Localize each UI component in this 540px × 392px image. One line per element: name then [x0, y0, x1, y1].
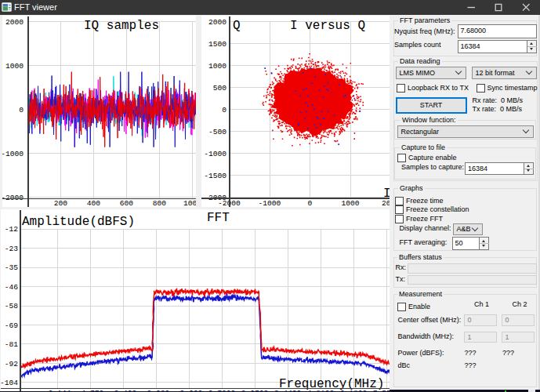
svg-text:-12: -12 — [5, 225, 19, 234]
svg-text:-58: -58 — [5, 302, 19, 310]
svg-text:-23: -23 — [5, 245, 19, 253]
svg-text:200: 200 — [54, 199, 68, 207]
svg-text:-46: -46 — [5, 283, 19, 292]
svg-text:-104: -104 — [1, 379, 18, 387]
svg-text:-1000: -1000 — [2, 150, 24, 158]
svg-text:2000: 2000 — [208, 18, 227, 27]
svg-text:1000: 1000 — [183, 199, 196, 207]
svg-text:1000: 1000 — [208, 62, 227, 71]
svg-text:0: 0 — [19, 106, 24, 114]
svg-text:-1500: -1500 — [204, 172, 227, 180]
svg-text:Amplitude(dBFS): Amplitude(dBFS) — [22, 215, 135, 229]
svg-text:Q: Q — [233, 19, 241, 33]
svg-text:-35: -35 — [5, 263, 19, 272]
svg-text:IQ samples: IQ samples — [84, 19, 159, 33]
svg-text:-500: -500 — [208, 128, 227, 136]
svg-text:800: 800 — [153, 199, 167, 207]
svg-text:-1000: -1000 — [204, 150, 227, 158]
svg-text:-81: -81 — [5, 340, 19, 349]
svg-text:500: 500 — [213, 84, 227, 93]
svg-text:I versus Q: I versus Q — [290, 19, 365, 33]
svg-text:1000: 1000 — [341, 199, 359, 207]
svg-text:FFT: FFT — [207, 211, 230, 225]
svg-text:0: 0 — [308, 199, 313, 207]
svg-text:600: 600 — [120, 199, 134, 207]
svg-text:-69: -69 — [5, 321, 19, 330]
svg-text:400: 400 — [87, 199, 101, 207]
svg-text:-1000: -1000 — [259, 199, 281, 207]
svg-text:2000: 2000 — [5, 18, 24, 27]
svg-text:1500: 1500 — [208, 40, 227, 49]
svg-text:-2000: -2000 — [2, 194, 24, 202]
svg-text:1000: 1000 — [5, 62, 24, 71]
svg-text:-92: -92 — [5, 360, 19, 368]
svg-text:0: 0 — [222, 106, 227, 114]
